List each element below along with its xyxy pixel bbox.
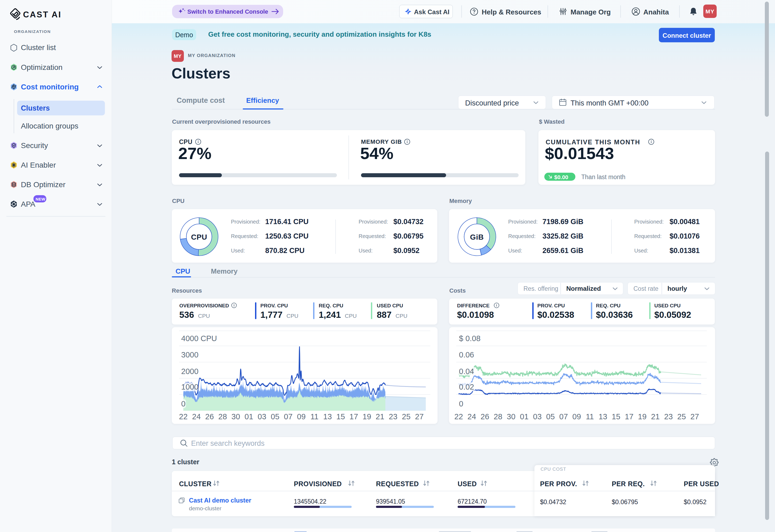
svg-text:27: 27 [415, 412, 424, 421]
svg-text:15: 15 [612, 412, 620, 421]
svg-text:23: 23 [664, 412, 673, 421]
svg-text:19: 19 [362, 412, 371, 421]
svg-text:19: 19 [638, 412, 647, 421]
svg-text:2000: 2000 [181, 367, 198, 376]
svg-text:21: 21 [376, 412, 384, 421]
svg-text:0.04: 0.04 [459, 367, 474, 376]
svg-text:21: 21 [651, 412, 660, 421]
svg-text:03: 03 [258, 412, 266, 421]
svg-text:26: 26 [481, 412, 489, 421]
svg-text:4000 CPU: 4000 CPU [181, 334, 217, 343]
svg-text:03: 03 [533, 412, 542, 421]
svg-text:27: 27 [690, 412, 699, 421]
svg-text:22: 22 [455, 412, 463, 421]
svg-text:30: 30 [507, 412, 516, 421]
svg-text:3000: 3000 [181, 351, 198, 359]
svg-text:24: 24 [468, 412, 476, 421]
svg-text:$ 0.08: $ 0.08 [459, 334, 481, 343]
svg-text:25: 25 [402, 412, 411, 421]
svg-text:28: 28 [494, 412, 502, 421]
svg-text:13: 13 [323, 412, 332, 421]
svg-text:25: 25 [677, 412, 686, 421]
svg-text:CPU: CPU [191, 233, 207, 241]
svg-text:11: 11 [310, 412, 318, 421]
svg-text:17: 17 [625, 412, 633, 421]
svg-text:0.02: 0.02 [459, 383, 474, 391]
svg-text:1000: 1000 [181, 383, 198, 391]
svg-text:11: 11 [586, 412, 594, 421]
svg-text:17: 17 [349, 412, 358, 421]
svg-text:23: 23 [389, 412, 398, 421]
svg-text:24: 24 [192, 412, 201, 421]
svg-text:13: 13 [599, 412, 607, 421]
svg-text:30: 30 [231, 412, 240, 421]
svg-text:05: 05 [271, 412, 279, 421]
svg-text:05: 05 [546, 412, 555, 421]
svg-text:22: 22 [179, 412, 188, 421]
svg-text:26: 26 [205, 412, 214, 421]
svg-text:0: 0 [459, 400, 463, 408]
svg-text:15: 15 [336, 412, 345, 421]
svg-text:0.06: 0.06 [459, 351, 474, 359]
svg-text:09: 09 [297, 412, 305, 421]
svg-text:01: 01 [520, 412, 529, 421]
svg-text:01: 01 [244, 412, 253, 421]
svg-text:07: 07 [559, 412, 568, 421]
svg-text:07: 07 [284, 412, 292, 421]
svg-text:28: 28 [218, 412, 227, 421]
svg-text:0: 0 [181, 400, 185, 408]
svg-text:GiB: GiB [470, 233, 484, 241]
svg-text:09: 09 [573, 412, 581, 421]
